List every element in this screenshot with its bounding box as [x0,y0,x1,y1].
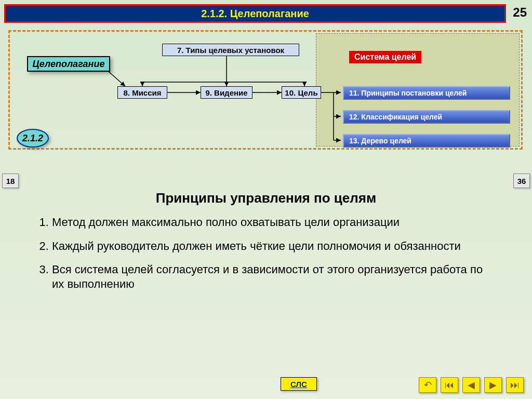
node-8[interactable]: 8. Миссия [117,86,167,99]
nav-next-button[interactable]: 36 [513,174,530,188]
section-badge[interactable]: 2.1.2 [17,129,49,148]
page-number: 25 [513,5,527,20]
nav-next-label: 36 [517,177,526,185]
list-item: Метод должен максимально полно охватыват… [52,215,483,230]
nav-prev-button[interactable]: 18 [2,174,19,188]
nav-forward-icon[interactable]: ▶ [484,377,502,393]
node-7[interactable]: 7. Типы целевых установок [162,44,299,56]
list-item: Каждый руководитель должен иметь чёткие … [52,239,483,254]
nav-controls: ↶ ⏮ ◀ ▶ ⏭ [419,377,524,393]
nav-last-icon[interactable]: ⏭ [506,377,524,393]
node-9[interactable]: 9. Видение [201,86,252,99]
node-main[interactable]: Целеполагание [27,56,110,72]
node-10[interactable]: 10. Цель [282,86,321,99]
list-item: Вся система целей согласуется и в зависи… [52,262,483,291]
sls-label: СЛС [290,380,307,389]
node-12[interactable]: 12. Классификация целей [343,110,510,124]
title-text: 2.1.2. Целеполагание [201,8,309,20]
nav-first-icon[interactable]: ⏮ [441,377,458,393]
nav-return-icon[interactable]: ↶ [419,377,436,393]
node-11[interactable]: 11. Принципы постановки целей [343,86,510,100]
nav-back-icon[interactable]: ◀ [462,377,480,393]
content-list: Метод должен максимально полно охватыват… [52,215,483,300]
sls-button[interactable]: СЛС [281,377,317,391]
title-bar: 2.1.2. Целеполагание [4,4,506,23]
content-title: Принципы управления по целям [0,190,532,206]
node-13[interactable]: 13. Дерево целей [343,134,510,148]
nav-prev-label: 18 [6,177,15,185]
